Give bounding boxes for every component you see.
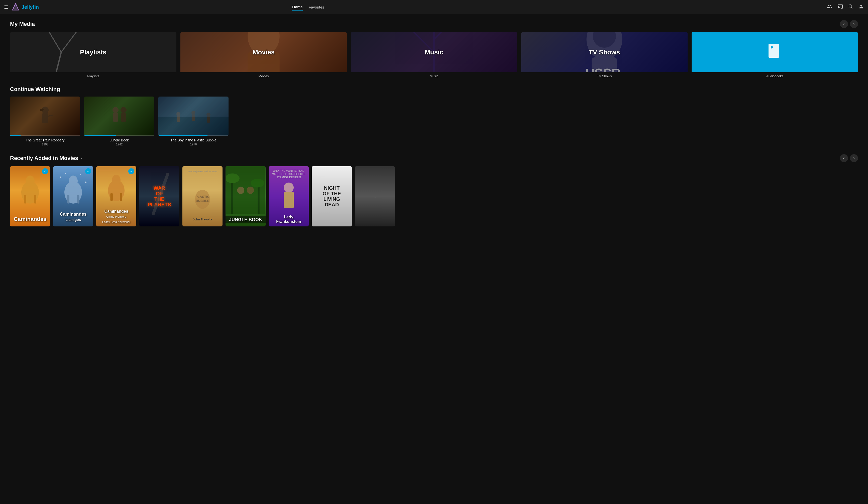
media-card-music[interactable]: Music Music (351, 32, 517, 78)
playlists-label: Playlists (80, 48, 106, 56)
logo-container[interactable]: Jellyfin (11, 3, 39, 11)
recent-thumb-caminandes1: Caminandes ✓ (10, 166, 50, 226)
header-left: ☰ Jellyfin (4, 3, 39, 11)
svg-point-63 (247, 187, 254, 194)
recent-thumb-jungle: JUNGLE BOOK (226, 166, 266, 226)
watching-title-bubble: The Boy in the Plastic Bubble (158, 138, 228, 142)
my-media-header: My Media ‹ › (10, 20, 858, 28)
recently-added-arrow-icon: › (81, 156, 82, 160)
header-right (827, 4, 864, 11)
my-media-section: My Media ‹ › (10, 20, 858, 78)
recent-card-jungle[interactable]: JUNGLE BOOK (226, 166, 266, 226)
recent-thumb-night: NIGHTOF THELIVINGDEAD (312, 166, 352, 226)
playlists-title: Playlists (10, 74, 176, 78)
movies-label: Movies (252, 48, 275, 56)
watching-card-train[interactable]: The Great Train Robbery 1903 (10, 97, 80, 146)
watching-thumb-bubble (158, 97, 228, 136)
my-media-grid: Playlists Playlists Movies Movi (10, 32, 858, 78)
svg-rect-45 (67, 195, 70, 204)
recently-added-title: Recently Added in Movies › (10, 155, 82, 161)
music-title: Music (351, 74, 517, 78)
svg-point-52 (112, 175, 121, 185)
cast-icon[interactable] (837, 4, 843, 11)
recently-added-prev-button[interactable]: ‹ (840, 154, 848, 162)
recently-added-title-link[interactable]: Recently Added in Movies › (10, 155, 82, 161)
svg-rect-33 (177, 116, 180, 122)
media-card-playlists[interactable]: Playlists Playlists (10, 32, 176, 78)
svg-point-50 (80, 174, 81, 175)
progress-bar-train (10, 135, 80, 136)
checkmark-badge-cam3: ✓ (128, 168, 134, 174)
continue-watching-header: Continue Watching (10, 86, 858, 92)
svg-rect-24 (42, 113, 48, 123)
recent-thumb-unknown: ... (355, 166, 395, 226)
svg-rect-30 (121, 113, 126, 122)
my-media-next-button[interactable]: › (850, 20, 858, 28)
recent-thumb-bubble: The Hollywood Walk of Stars PLASTICBUBBL… (183, 166, 223, 226)
svg-point-62 (237, 187, 244, 194)
svg-point-29 (121, 107, 126, 113)
recent-card-caminandes2[interactable]: CaminandesLlamigos ✓ (53, 166, 93, 226)
watching-year-jungle: 1942 (84, 143, 154, 146)
checkmark-badge-cam1: ✓ (42, 168, 48, 174)
media-card-tvshows[interactable]: USSR TV Shows TV Shows (521, 32, 688, 78)
recently-added-next-button[interactable]: › (850, 154, 858, 162)
svg-rect-54 (120, 193, 122, 201)
svg-rect-65 (284, 192, 294, 208)
audiobooks-icon (767, 43, 782, 61)
svg-point-44 (69, 175, 78, 187)
progress-bar-jungle (84, 135, 154, 136)
hamburger-icon[interactable]: ☰ (4, 4, 9, 10)
recent-card-lady[interactable]: ONLY THE MONSTER SHE MADE COULD SATISFY … (269, 166, 309, 226)
media-card-audiobooks[interactable]: Audiobooks (692, 32, 858, 78)
media-card-movies[interactable]: Movies Movies (180, 32, 347, 78)
my-media-prev-button[interactable]: ‹ (840, 20, 848, 28)
recent-card-bubble[interactable]: The Hollywood Walk of Stars PLASTICBUBBL… (183, 166, 223, 226)
user-icon[interactable] (858, 4, 864, 11)
svg-point-47 (60, 177, 61, 178)
recently-added-section: Recently Added in Movies › ‹ › Caminande… (10, 154, 858, 226)
recent-thumb-caminandes2: CaminandesLlamigos ✓ (53, 166, 93, 226)
svg-rect-42 (34, 195, 36, 204)
recent-card-war[interactable]: WAROFTHEPLANETS (139, 166, 179, 226)
svg-point-27 (113, 107, 118, 113)
continue-watching-title: Continue Watching (10, 86, 60, 92)
svg-line-25 (48, 115, 53, 116)
logo-text: Jellyfin (22, 4, 39, 10)
watching-thumb-train (10, 97, 80, 136)
tvshows-label: TV Shows (589, 48, 620, 56)
users-icon[interactable] (827, 4, 833, 11)
watching-grid: The Great Train Robbery 1903 (10, 97, 858, 146)
recent-card-unknown[interactable]: ... (355, 166, 395, 226)
progress-bar-bubble (158, 135, 228, 136)
svg-rect-59 (258, 185, 260, 214)
audiobooks-title: Audiobooks (692, 74, 858, 78)
search-icon[interactable] (848, 4, 854, 11)
header: ☰ Jellyfin Home Favorites (0, 0, 868, 14)
watching-year-bubble: 1976 (158, 143, 228, 146)
svg-rect-58 (231, 181, 233, 214)
recent-card-night[interactable]: NIGHTOF THELIVINGDEAD (312, 166, 352, 226)
watching-thumb-jungle (84, 97, 154, 136)
svg-rect-41 (24, 195, 26, 204)
my-media-arrows: ‹ › (840, 20, 858, 28)
svg-point-64 (284, 183, 294, 193)
header-nav: Home Favorites (292, 4, 324, 11)
svg-rect-55 (151, 172, 170, 216)
nav-home[interactable]: Home (292, 4, 303, 11)
recent-card-caminandes3[interactable]: CaminandesOnline PremiereFriday 22nd Nov… (96, 166, 136, 226)
nav-favorites[interactable]: Favorites (309, 4, 324, 10)
svg-point-60 (226, 173, 239, 183)
svg-rect-21 (768, 44, 779, 58)
watching-card-bubble[interactable]: The Boy in the Plastic Bubble 1976 (158, 97, 228, 146)
music-label: Music (425, 48, 443, 56)
movies-title: Movies (180, 74, 347, 78)
recent-card-caminandes1[interactable]: Caminandes ✓ (10, 166, 50, 226)
watching-title-train: The Great Train Robbery (10, 138, 80, 142)
jellyfin-logo-svg (11, 3, 20, 11)
recent-thumb-caminandes3: CaminandesOnline PremiereFriday 22nd Nov… (96, 166, 136, 226)
svg-rect-37 (207, 116, 210, 123)
recent-thumb-lady: ONLY THE MONSTER SHE MADE COULD SATISFY … (269, 166, 309, 226)
svg-point-61 (251, 179, 264, 188)
watching-card-jungle[interactable]: Jungle Book 1942 (84, 97, 154, 146)
